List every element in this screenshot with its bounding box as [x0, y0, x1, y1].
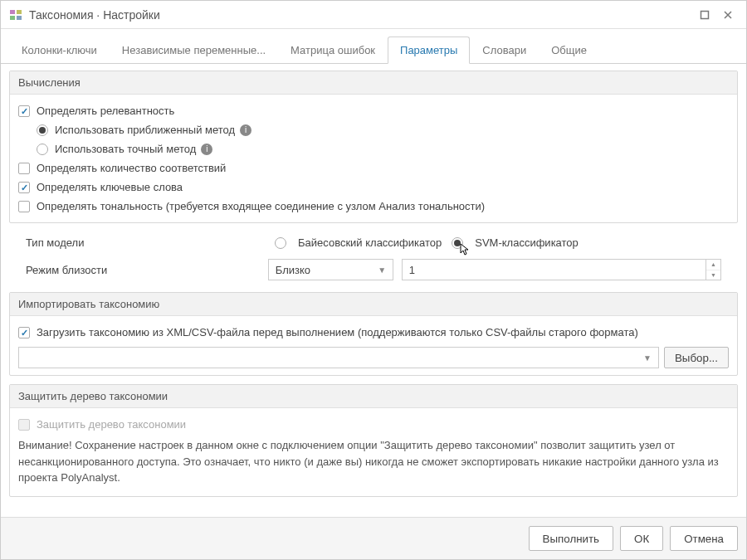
label-matches: Определять количество соответствий [37, 162, 226, 174]
label-relevance: Определять релевантность [37, 105, 174, 117]
tab-general[interactable]: Общие [539, 37, 599, 64]
title-bar: Таксономия · Настройки [1, 1, 746, 29]
radio-bayes[interactable] [275, 237, 286, 249]
label-bayes: Байесовский классификатор [298, 236, 442, 249]
label-protect-tree: Защитить дерево таксономии [37, 418, 186, 431]
protect-group: Защитить дерево таксономии Защитить дере… [9, 384, 738, 497]
import-group: Импортировать таксономию Загрузить таксо… [9, 292, 738, 376]
checkbox-tonality[interactable] [18, 201, 30, 212]
checkbox-load-taxonomy[interactable] [18, 327, 30, 338]
footer-bar: Выполнить ОК Отмена [1, 517, 746, 559]
radio-exact[interactable] [37, 144, 48, 155]
tab-parameters[interactable]: Параметры [388, 37, 470, 64]
label-approx: Использовать приближенный метод [55, 124, 235, 136]
window-title: Таксономия · Настройки [29, 8, 691, 22]
spinner-down[interactable]: ▼ [706, 270, 720, 280]
spinner-up[interactable]: ▲ [706, 260, 720, 270]
info-icon[interactable]: i [240, 124, 251, 136]
checkbox-matches[interactable] [18, 163, 30, 174]
ok-button[interactable]: ОК [620, 526, 663, 551]
checkbox-protect-tree [18, 419, 30, 431]
cancel-button[interactable]: Отмена [670, 526, 738, 551]
import-header: Импортировать таксономию [10, 293, 737, 316]
spinner-proximity[interactable]: 1 ▲ ▼ [402, 259, 721, 280]
chevron-down-icon: ▼ [378, 265, 386, 275]
label-load-taxonomy: Загрузить таксономию из XML/CSV-файла пе… [37, 326, 638, 338]
radio-svm[interactable] [452, 237, 463, 249]
maximize-button[interactable] [695, 5, 715, 25]
computations-group: Вычисления Определять релевантность Испо… [9, 71, 738, 223]
checkbox-relevance[interactable] [18, 105, 30, 117]
label-tonality: Определять тональность (требуется входящ… [37, 200, 485, 212]
file-path-input[interactable]: ▼ [18, 347, 659, 368]
protect-warning-text: Внимание! Сохранение настроек в данном о… [18, 434, 729, 489]
svg-rect-1 [17, 10, 22, 14]
select-proximity[interactable]: Близко ▼ [268, 259, 393, 280]
select-proximity-value: Близко [276, 264, 310, 276]
svg-rect-2 [10, 16, 15, 20]
run-button[interactable]: Выполнить [529, 526, 613, 551]
svg-rect-3 [17, 16, 22, 20]
tab-dictionaries[interactable]: Словари [470, 37, 539, 64]
computations-header: Вычисления [10, 71, 737, 95]
label-model-type: Тип модели [26, 236, 275, 249]
info-icon[interactable]: i [201, 144, 212, 155]
params-section: Тип модели Байесовский классификатор SVM… [9, 231, 738, 292]
spinner-value: 1 [403, 260, 706, 280]
tabs-bar: Колонки-ключи Независимые переменные... … [1, 29, 746, 64]
app-icon [9, 8, 22, 22]
label-svm: SVM-классификатор [475, 236, 579, 249]
tab-columns[interactable]: Колонки-ключи [9, 37, 110, 64]
close-button[interactable] [718, 5, 738, 25]
tab-independent-vars[interactable]: Независимые переменные... [110, 37, 278, 64]
browse-button[interactable]: Выбор... [664, 347, 729, 368]
svg-rect-4 [701, 11, 709, 18]
radio-approx[interactable] [37, 124, 48, 136]
label-proximity: Режим близости [26, 264, 268, 276]
protect-header: Защитить дерево таксономии [10, 385, 737, 408]
svg-rect-0 [10, 10, 15, 14]
chevron-down-icon: ▼ [643, 353, 652, 363]
label-exact: Использовать точный метод [55, 143, 196, 155]
content-area: Вычисления Определять релевантность Испо… [1, 64, 746, 517]
checkbox-keywords[interactable] [18, 182, 30, 193]
label-keywords: Определять ключевые слова [37, 181, 183, 193]
tab-confusion-matrix[interactable]: Матрица ошибок [278, 37, 388, 64]
